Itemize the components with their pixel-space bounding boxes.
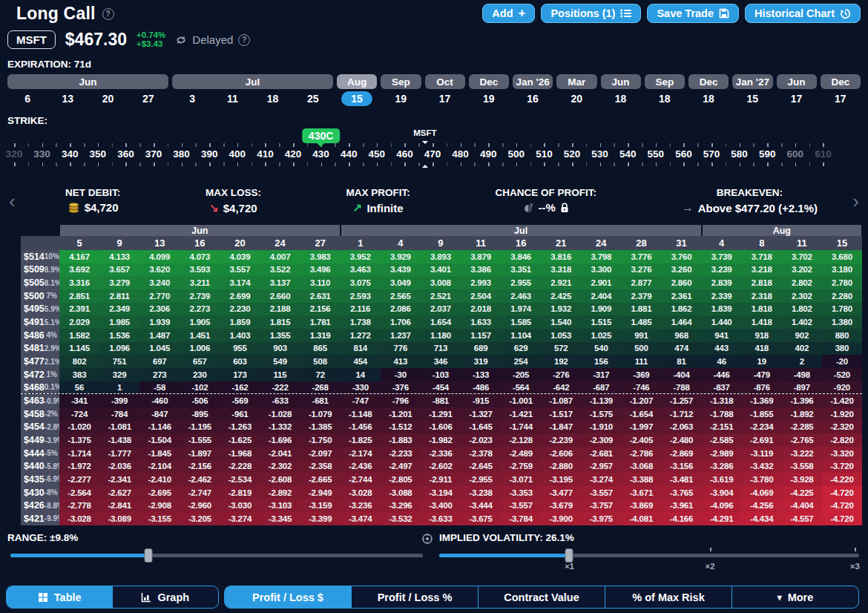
pl-cell: 1.045 bbox=[139, 342, 180, 355]
month-bar[interactable]: Sep bbox=[381, 74, 421, 89]
expiration-day[interactable]: 6 bbox=[15, 91, 40, 106]
header-button-positions-1-[interactable]: Positions (1) bbox=[541, 4, 641, 23]
pl-cell: -4.720 bbox=[822, 512, 862, 525]
expiration-day-selected[interactable]: 15 bbox=[341, 91, 372, 106]
pl-cell: 802 bbox=[59, 355, 99, 368]
month-bar[interactable]: Jun bbox=[601, 74, 641, 89]
month-days: 15 bbox=[337, 89, 377, 106]
ruler-tick bbox=[697, 163, 699, 166]
month-bar[interactable]: Jan '27 bbox=[732, 74, 772, 89]
header-button-add[interactable]: Add+ bbox=[482, 4, 535, 23]
pl-cell: -222 bbox=[260, 381, 300, 394]
expiration-day[interactable]: 16 bbox=[517, 91, 548, 106]
quote-status-help-icon[interactable]: ? bbox=[238, 34, 250, 46]
max-profit-arrow-icon: ↗ bbox=[353, 201, 363, 214]
pl-cell: 3.279 bbox=[99, 276, 139, 289]
expiration-day[interactable]: 15 bbox=[737, 91, 769, 106]
month-bar[interactable]: Jun bbox=[777, 74, 817, 89]
selected-strike-badge[interactable]: 430C bbox=[302, 128, 340, 143]
pl-cell: -2.880 bbox=[541, 460, 581, 473]
expiration-day[interactable]: 19 bbox=[473, 91, 504, 106]
strike-percent: -2% bbox=[45, 410, 58, 418]
ruler-tick bbox=[474, 143, 476, 147]
pl-cell: 1.515 bbox=[581, 315, 621, 329]
pl-cell: -3.780 bbox=[742, 473, 782, 486]
expiration-day[interactable]: 20 bbox=[93, 91, 124, 106]
ticker-symbol-box[interactable]: MSFT bbox=[7, 30, 56, 49]
month-bar[interactable]: Sep bbox=[645, 74, 685, 89]
strike-percent: 10% bbox=[45, 252, 59, 260]
expiration-month-jun: Jun6132027 bbox=[7, 74, 168, 106]
pl-cell: -837 bbox=[702, 381, 742, 394]
expiration-day[interactable]: 17 bbox=[825, 91, 856, 106]
pl-cell: -2.174 bbox=[341, 447, 381, 460]
pl-cell: 2.993 bbox=[461, 276, 501, 289]
month-bar[interactable]: Mar bbox=[556, 74, 596, 89]
header-button-save-trade[interactable]: Save Trade bbox=[647, 4, 739, 23]
ruler-tick bbox=[558, 163, 559, 166]
ruler-tick bbox=[530, 163, 532, 166]
range-slider-handle[interactable] bbox=[145, 548, 153, 563]
pl-cell: -2.036 bbox=[99, 460, 139, 473]
mode-tab-profit-loss[interactable]: Profit / Loss % bbox=[351, 586, 478, 608]
expiration-day[interactable]: 13 bbox=[53, 91, 84, 106]
month-bar[interactable]: Dec bbox=[688, 74, 729, 89]
pl-cell: 3.439 bbox=[381, 263, 421, 277]
header-button-historical-chart[interactable]: Historical Chart bbox=[745, 4, 861, 23]
expiration-day[interactable]: 25 bbox=[297, 91, 329, 106]
view-tab-group: TableGraph bbox=[6, 586, 219, 609]
table-row: $51410%4.1674.1334.0994.0734.0394.0073.9… bbox=[21, 250, 862, 263]
strike-price: $481 bbox=[24, 343, 45, 353]
ruler-tick bbox=[544, 143, 545, 147]
expiration-day[interactable]: 18 bbox=[693, 91, 724, 106]
month-bar[interactable]: Oct bbox=[425, 74, 465, 89]
month-bar[interactable]: Dec bbox=[821, 74, 861, 89]
expiration-day[interactable]: 17 bbox=[430, 91, 461, 106]
month-bar[interactable]: Dec bbox=[469, 74, 509, 89]
expiration-day[interactable]: 18 bbox=[649, 91, 680, 106]
stats-prev-chevron[interactable]: ‹ bbox=[9, 194, 16, 209]
stats-next-chevron[interactable]: › bbox=[852, 194, 859, 209]
pl-cell: -1.263 bbox=[220, 421, 260, 434]
pl-cell: -1.512 bbox=[381, 421, 421, 434]
pl-cell: -3.194 bbox=[421, 486, 461, 499]
pl-cell: 1.006 bbox=[180, 342, 220, 355]
mode-tab-more[interactable]: ▾More bbox=[731, 586, 858, 608]
expiration-day[interactable]: 18 bbox=[257, 91, 289, 106]
ruler-tick bbox=[753, 163, 754, 166]
expiration-month-dec: Dec17 bbox=[821, 74, 861, 106]
expiration-day[interactable]: 3 bbox=[180, 91, 205, 106]
month-bar[interactable]: Jan '26 bbox=[513, 74, 553, 89]
mode-tab-contract-value[interactable]: Contract Value bbox=[478, 586, 605, 608]
iv-slider[interactable] bbox=[439, 554, 859, 557]
month-bar[interactable]: Jun bbox=[7, 74, 168, 89]
month-bar[interactable]: Jul bbox=[172, 74, 333, 89]
pl-cell: -784 bbox=[99, 407, 139, 421]
title-help-icon[interactable]: ? bbox=[102, 8, 114, 20]
ruler-tick bbox=[237, 143, 239, 147]
strike-cell-509: $5098.9% bbox=[21, 263, 59, 277]
expiration-month-jul: Jul3111825 bbox=[172, 74, 333, 106]
pl-cell: -1.714 bbox=[59, 447, 99, 460]
expiration-day[interactable]: 27 bbox=[133, 91, 164, 106]
strike-ruler[interactable]: 3203303403503603703803904004104204304404… bbox=[0, 128, 868, 174]
expiration-day[interactable]: 18 bbox=[605, 91, 637, 106]
mode-tab-profit-loss[interactable]: Profit / Loss $ bbox=[225, 586, 351, 608]
pl-cell: 3.008 bbox=[421, 276, 461, 289]
iv-slider-handle[interactable] bbox=[565, 548, 573, 563]
view-tab-graph[interactable]: Graph bbox=[113, 586, 219, 608]
expiration-day[interactable]: 19 bbox=[386, 91, 417, 106]
expiration-month-mar: Mar20 bbox=[556, 74, 596, 106]
expiration-day[interactable]: 17 bbox=[781, 91, 812, 106]
view-tab-table[interactable]: Table bbox=[7, 586, 113, 608]
mode-tab-of-max-risk[interactable]: % of Max Risk bbox=[605, 586, 731, 608]
expiration-day[interactable]: 11 bbox=[217, 91, 248, 106]
refresh-icon[interactable] bbox=[175, 35, 187, 45]
expiration-day-cell: 20 bbox=[556, 91, 596, 106]
expiration-day[interactable]: 20 bbox=[562, 91, 593, 106]
month-bar[interactable]: Aug bbox=[337, 74, 377, 89]
reset-sliders-icon[interactable] bbox=[421, 533, 433, 545]
ruler-strike-470: 470 bbox=[424, 148, 441, 160]
range-slider[interactable] bbox=[10, 554, 423, 557]
ruler-tick bbox=[642, 143, 643, 147]
